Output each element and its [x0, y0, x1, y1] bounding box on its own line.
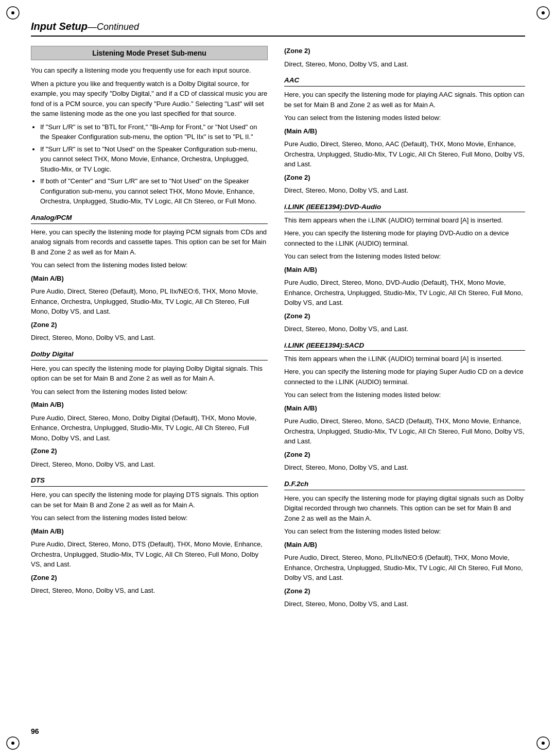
df2ch-divider: [284, 490, 525, 490]
analog-pcm-para-2: You can select from the listening modes …: [31, 260, 268, 270]
section-box: Listening Mode Preset Sub-menu: [31, 46, 268, 60]
dolby-digital-main-ab-label: (Main A/B): [31, 400, 268, 410]
dolby-digital-heading: Dolby Digital: [31, 350, 268, 358]
ilink-sacd-para-2: Here, you can specify the listening mode…: [284, 367, 525, 387]
ilink-sacd-zone2-label: (Zone 2): [284, 450, 525, 460]
ilink-sacd-zone2-text: Direct, Stereo, Mono, Dolby VS, and Last…: [284, 462, 525, 473]
ilink-dvd-divider: [284, 212, 525, 212]
df2ch-main-ab-text: Pure Audio, Direct, Stereo, Mono, PLIIx/…: [284, 553, 525, 583]
svg-point-3: [542, 11, 545, 14]
ilink-dvd-main-ab-text: Pure Audio, Direct, Stereo, Mono, DVD-Au…: [284, 278, 525, 308]
dts-divider: [31, 486, 268, 487]
aac-para-1: Here, you can specify the listening mode…: [284, 90, 525, 110]
dts-zone2-label: (Zone 2): [31, 573, 268, 583]
analog-pcm-para-1: Here, you can specify the listening mode…: [31, 227, 268, 257]
intro-para-2: When a picture you like and frequently w…: [31, 79, 268, 119]
page-header: Input Setup —Continued: [31, 21, 525, 37]
ilink-sacd-main-ab-text: Pure Audio, Direct, Stereo, Mono, SACD (…: [284, 416, 525, 446]
dts-para-1: Here, you can specify the listening mode…: [31, 490, 268, 510]
svg-point-1: [11, 11, 14, 14]
analog-pcm-heading: Analog/PCM: [31, 214, 268, 221]
ilink-sacd-divider: [284, 350, 525, 351]
intro-para-1: You can specify a listening mode you fre…: [31, 65, 268, 76]
ilink-dvd-para-3: You can select from the listening modes …: [284, 251, 525, 262]
dts-heading: DTS: [31, 476, 268, 484]
analog-pcm-zone2-text: Direct, Stereo, Mono, Dolby VS, and Last…: [31, 333, 268, 343]
aac-heading: AAC: [284, 76, 525, 84]
dolby-digital-para-2: You can select from the listening modes …: [31, 387, 268, 397]
ilink-dvd-main-ab-label: (Main A/B): [284, 265, 525, 275]
df2ch-para-2: You can select from the listening modes …: [284, 526, 525, 537]
aac-zone2-text: Direct, Stereo, Mono, Dolby VS, and Last…: [284, 185, 525, 196]
ilink-dvd-para-2: Here, you can specify the listening mode…: [284, 228, 525, 248]
dolby-digital-zone2-text: Direct, Stereo, Mono, Dolby VS, and Last…: [31, 459, 268, 470]
aac-zone2-label: (Zone 2): [284, 173, 525, 183]
ilink-dvd-zone2-text: Direct, Stereo, Mono, Dolby VS, and Last…: [284, 324, 525, 334]
df2ch-zone2-label: (Zone 2): [284, 586, 525, 596]
aac-main-ab-label: (Main A/B): [284, 126, 525, 136]
svg-point-7: [542, 742, 545, 745]
bullet-2: If "Surr L/R" is set to "Not Used" on th…: [40, 144, 268, 175]
page-title: Input Setup: [31, 21, 88, 32]
right-column: (Zone 2) Direct, Stereo, Mono, Dolby VS,…: [284, 46, 525, 612]
analog-pcm-divider: [31, 224, 268, 224]
aac-divider: [284, 86, 525, 87]
dolby-digital-divider: [31, 360, 268, 360]
dts-main-ab-text: Pure Audio, Direct, Stereo, Mono, DTS (D…: [31, 539, 268, 570]
df2ch-zone2-text: Direct, Stereo, Mono, Dolby VS, and Last…: [284, 599, 525, 609]
ilink-dvd-zone2-label: (Zone 2): [284, 311, 525, 321]
right-zone2-text: Direct, Stereo, Mono, Dolby VS, and Last…: [284, 59, 525, 70]
dolby-digital-main-ab-text: Pure Audio, Direct, Stereo, Mono, Dolby …: [31, 413, 268, 443]
analog-pcm-main-ab-text: Pure Audio, Direct, Stereo (Default), Mo…: [31, 286, 268, 317]
bullet-3: If both of "Center" and "Surr L/R" are s…: [40, 176, 268, 207]
ilink-sacd-heading: i.LINK (IEEE1394):SACD: [284, 341, 525, 349]
ilink-dvd-para-1: This item appears when the i.LINK (AUDIO…: [284, 215, 525, 226]
dolby-digital-zone2-label: (Zone 2): [31, 446, 268, 456]
right-zone2-label: (Zone 2): [284, 46, 525, 56]
dts-zone2-text: Direct, Stereo, Mono, Dolby VS, and Last…: [31, 586, 268, 596]
page-number: 96: [31, 727, 39, 735]
ilink-sacd-para-1: This item appears when the i.LINK (AUDIO…: [284, 354, 525, 364]
analog-pcm-zone2-label: (Zone 2): [31, 320, 268, 330]
dolby-digital-para-1: Here, you can specify the listening mode…: [31, 364, 268, 384]
df2ch-para-1: Here, you can specify the listening mode…: [284, 493, 525, 524]
left-column: Listening Mode Preset Sub-menu You can s…: [31, 46, 268, 612]
df2ch-main-ab-label: (Main A/B): [284, 540, 525, 550]
page-title-continued: —Continued: [88, 22, 139, 32]
corner-mark-br: [535, 735, 551, 751]
df2ch-heading: D.F.2ch: [284, 480, 525, 488]
ilink-dvd-heading: i.LINK (IEEE1394):DVD-Audio: [284, 203, 525, 211]
page: Input Setup —Continued Listening Mode Pr…: [0, 0, 556, 756]
bullet-list: If "Surr L/R" is set to "BTL for Front,"…: [40, 122, 268, 207]
corner-mark-tl: [5, 5, 21, 21]
dts-main-ab-label: (Main A/B): [31, 526, 268, 537]
aac-para-2: You can select from the listening modes …: [284, 113, 525, 123]
dts-para-2: You can select from the listening modes …: [31, 513, 268, 523]
corner-mark-bl: [5, 735, 21, 751]
content-columns: Listening Mode Preset Sub-menu You can s…: [31, 46, 525, 612]
analog-pcm-main-ab-label: (Main A/B): [31, 273, 268, 284]
bullet-1: If "Surr L/R" is set to "BTL for Front,"…: [40, 122, 268, 142]
ilink-sacd-para-3: You can select from the listening modes …: [284, 390, 525, 400]
ilink-sacd-main-ab-label: (Main A/B): [284, 403, 525, 414]
svg-point-5: [11, 742, 14, 745]
aac-main-ab-text: Pure Audio, Direct, Stereo, Mono, AAC (D…: [284, 139, 525, 169]
corner-mark-tr: [535, 5, 551, 21]
